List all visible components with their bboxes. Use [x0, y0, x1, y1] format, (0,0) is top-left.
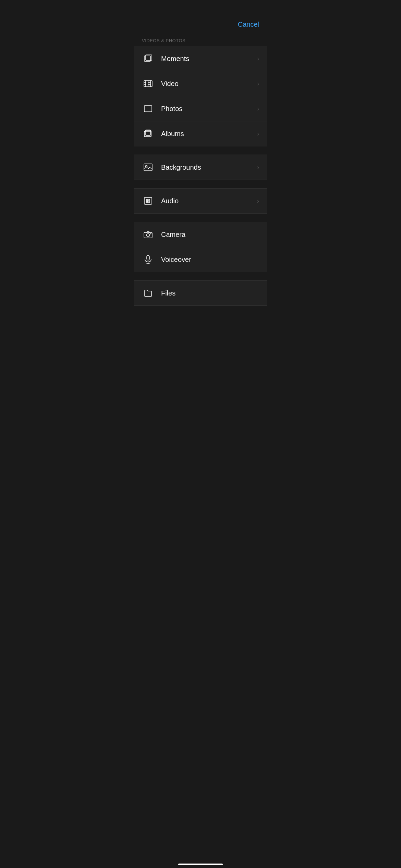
moments-icon: [142, 52, 154, 65]
video-icon: [142, 77, 154, 90]
audio-label: Audio: [161, 197, 257, 205]
photos-item[interactable]: Photos ›: [134, 96, 267, 121]
cancel-button[interactable]: Cancel: [238, 21, 259, 28]
capture-group: Camera Voiceover: [134, 222, 267, 272]
video-label: Video: [161, 80, 257, 88]
moments-label: Moments: [161, 55, 257, 63]
files-icon: [142, 287, 154, 299]
voiceover-label: Voiceover: [161, 256, 259, 264]
voiceover-icon: [142, 253, 154, 266]
videos-photos-group: Moments › Video › Photos ›: [134, 46, 267, 146]
albums-icon: [142, 128, 154, 140]
backgrounds-item[interactable]: Backgrounds ›: [134, 155, 267, 180]
albums-item[interactable]: Albums ›: [134, 121, 267, 146]
svg-rect-14: [144, 164, 152, 171]
svg-rect-23: [147, 255, 149, 260]
video-item[interactable]: Video ›: [134, 71, 267, 96]
moments-item[interactable]: Moments ›: [134, 46, 267, 71]
photos-icon: [142, 103, 154, 115]
svg-point-21: [147, 234, 150, 237]
svg-point-22: [150, 233, 151, 234]
videos-photos-section-label: VIDEOS & PHOTOS: [134, 34, 267, 46]
camera-icon: [142, 228, 154, 241]
backgrounds-group: Backgrounds ›: [134, 155, 267, 180]
audio-icon: [142, 195, 154, 207]
svg-rect-16: [144, 197, 152, 204]
albums-chevron: ›: [257, 130, 259, 137]
photos-chevron: ›: [257, 105, 259, 112]
video-chevron: ›: [257, 80, 259, 87]
camera-item[interactable]: Camera: [134, 222, 267, 247]
files-group: Files: [134, 280, 267, 306]
backgrounds-chevron: ›: [257, 164, 259, 171]
files-label: Files: [161, 289, 259, 297]
audio-group: Audio ›: [134, 188, 267, 214]
backgrounds-icon: [142, 161, 154, 173]
photos-label: Photos: [161, 105, 257, 113]
audio-item[interactable]: Audio ›: [134, 189, 267, 213]
camera-label: Camera: [161, 231, 259, 239]
files-item[interactable]: Files: [134, 281, 267, 305]
header: Cancel: [134, 0, 267, 34]
backgrounds-label: Backgrounds: [161, 164, 257, 171]
audio-chevron: ›: [257, 197, 259, 205]
svg-rect-10: [144, 106, 152, 112]
voiceover-item[interactable]: Voiceover: [134, 247, 267, 272]
albums-label: Albums: [161, 130, 257, 138]
moments-chevron: ›: [257, 55, 259, 62]
